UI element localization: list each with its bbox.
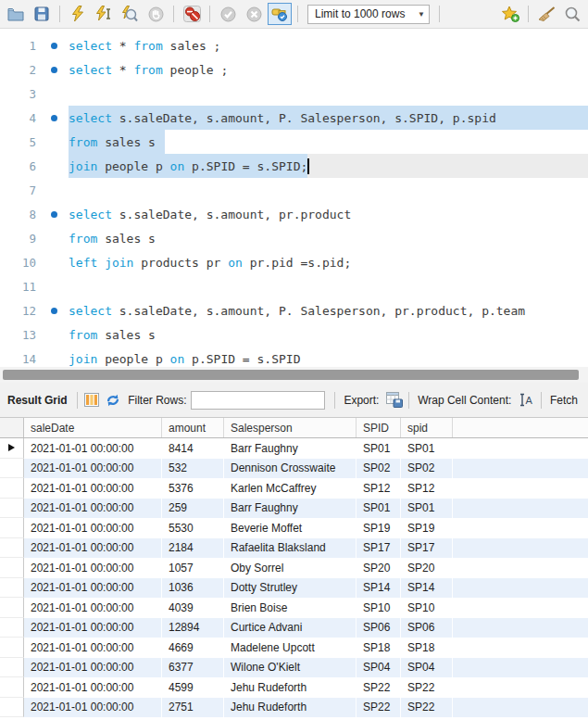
cell-spid[interactable]: SP04	[357, 658, 401, 678]
cell-spid[interactable]: SP20	[401, 558, 453, 578]
code-text[interactable]	[69, 178, 588, 202]
cell-salesperson[interactable]: Barr Faughny	[224, 438, 357, 459]
cell-salesperson[interactable]: Brien Boise	[224, 598, 357, 618]
row-selector[interactable]	[0, 677, 24, 698]
editor-horizontal-scrollbar[interactable]	[0, 367, 588, 383]
cell-amount[interactable]: 4669	[162, 638, 224, 658]
cell-spid[interactable]: SP12	[401, 478, 453, 499]
cell-salesperson[interactable]: Barr Faughny	[224, 499, 357, 519]
rollback-button[interactable]	[242, 3, 266, 25]
row-selector[interactable]	[0, 478, 24, 499]
code-line[interactable]: 4select s.saleDate, s.amount, P. Salespe…	[0, 106, 588, 130]
row-selector[interactable]	[0, 499, 24, 519]
cell-spid[interactable]: SP10	[401, 598, 453, 618]
cell-saledate[interactable]: 2021-01-01 00:00:00	[24, 538, 162, 559]
cell-amount[interactable]: 532	[162, 459, 224, 479]
code-line[interactable]: 13from sales s	[0, 322, 588, 347]
filter-rows-input[interactable]	[191, 391, 325, 410]
cell-salesperson[interactable]: Madelene Upcott	[224, 638, 357, 658]
toggle-stop-on-error-button[interactable]	[180, 3, 204, 25]
cell-saledate[interactable]: 2021-01-01 00:00:00	[24, 438, 162, 459]
stop-button[interactable]	[144, 3, 168, 25]
cell-amount[interactable]: 2751	[162, 698, 224, 718]
cell-spid[interactable]: SP02	[401, 459, 453, 479]
column-header-salesperson[interactable]: Salesperson	[224, 418, 357, 437]
row-selector[interactable]	[0, 518, 24, 538]
execute-current-statement-button[interactable]	[92, 3, 116, 25]
code-text[interactable]	[69, 274, 588, 298]
row-selector[interactable]	[0, 618, 24, 638]
find-panel-button[interactable]	[560, 3, 584, 25]
column-header-saledate[interactable]: saleDate	[24, 418, 162, 437]
cell-spid[interactable]: SP18	[357, 638, 401, 658]
cell-salesperson[interactable]: Curtice Advani	[224, 618, 357, 638]
column-header-spid[interactable]: spid	[401, 418, 453, 437]
cell-amount[interactable]: 8414	[162, 438, 224, 459]
code-text[interactable]: from sales s	[69, 130, 588, 154]
column-header-spid[interactable]: SPID	[357, 418, 401, 437]
row-selector[interactable]	[0, 638, 24, 658]
cell-spid[interactable]: SP19	[401, 518, 453, 538]
cell-saledate[interactable]: 2021-01-01 00:00:00	[24, 499, 162, 519]
cell-salesperson[interactable]: Wilone O'Kielt	[224, 658, 357, 678]
row-selector[interactable]	[0, 438, 24, 459]
cell-amount[interactable]: 2184	[162, 538, 224, 559]
cell-salesperson[interactable]: Jehu Rudeforth	[224, 677, 357, 698]
cell-saledate[interactable]: 2021-01-01 00:00:00	[24, 478, 162, 499]
code-line[interactable]: 3	[0, 82, 588, 106]
code-text[interactable]: select s.saleDate, s.amount, pr.product	[69, 202, 588, 226]
cell-saledate[interactable]: 2021-01-01 00:00:00	[24, 698, 162, 718]
row-selector[interactable]	[0, 578, 24, 599]
code-text[interactable]: from sales s	[69, 322, 588, 347]
grid-view-button[interactable]	[81, 390, 103, 411]
cell-saledate[interactable]: 2021-01-01 00:00:00	[24, 578, 162, 599]
cell-spid[interactable]: SP12	[357, 478, 401, 499]
cell-spid[interactable]: SP06	[401, 618, 453, 638]
code-text[interactable]: select s.saleDate, s.amount, P. Salesper…	[69, 298, 588, 322]
wrap-cell-content-button[interactable]: A	[516, 390, 537, 411]
row-selector[interactable]	[0, 459, 24, 479]
commit-button[interactable]	[216, 3, 240, 25]
cell-salesperson[interactable]: Rafaelita Blaksland	[224, 538, 357, 559]
code-line[interactable]: 7	[0, 178, 588, 202]
cell-spid[interactable]: SP01	[357, 438, 401, 459]
cell-spid[interactable]: SP18	[401, 638, 453, 658]
cell-amount[interactable]: 6377	[162, 658, 224, 678]
cell-spid[interactable]: SP01	[357, 499, 401, 519]
row-selector[interactable]	[0, 598, 24, 618]
cell-spid[interactable]: SP01	[401, 499, 453, 519]
cell-spid[interactable]: SP06	[357, 618, 401, 638]
cell-spid[interactable]: SP10	[357, 598, 401, 618]
cell-spid[interactable]: SP14	[357, 578, 401, 599]
cell-saledate[interactable]: 2021-01-01 00:00:00	[24, 598, 162, 618]
code-text[interactable]: from sales s	[69, 226, 588, 250]
cell-amount[interactable]: 12894	[162, 618, 224, 638]
cell-amount[interactable]: 1057	[162, 558, 224, 578]
code-line[interactable]: 6join people p on p.SPID = s.SPID;	[0, 154, 588, 178]
row-selector[interactable]	[0, 558, 24, 578]
beautify-script-button[interactable]	[534, 3, 558, 25]
cell-amount[interactable]: 4599	[162, 677, 224, 698]
row-selector[interactable]	[0, 698, 24, 718]
cell-spid[interactable]: SP02	[357, 459, 401, 479]
cell-spid[interactable]: SP14	[401, 578, 453, 599]
save-script-button[interactable]	[30, 3, 54, 25]
cell-spid[interactable]: SP22	[357, 677, 401, 698]
execute-button[interactable]	[66, 3, 90, 25]
cell-amount[interactable]: 5530	[162, 518, 224, 538]
code-line[interactable]: 10left join products pr on pr.pid =s.pid…	[0, 250, 588, 274]
cell-spid[interactable]: SP04	[401, 658, 453, 678]
code-text[interactable]: select * from people ;	[69, 57, 588, 82]
row-selector-header[interactable]	[0, 418, 24, 437]
code-text[interactable]	[69, 82, 588, 106]
cell-saledate[interactable]: 2021-01-01 00:00:00	[24, 638, 162, 658]
code-line[interactable]: 9from sales s	[0, 226, 588, 250]
cell-spid[interactable]: SP19	[357, 518, 401, 538]
code-text[interactable]: join people p on p.SPID = s.SPID;	[69, 154, 588, 178]
code-text[interactable]: select s.saleDate, s.amount, P. Salesper…	[69, 106, 588, 130]
cell-saledate[interactable]: 2021-01-01 00:00:00	[24, 658, 162, 678]
code-line[interactable]: 11	[0, 274, 588, 298]
cell-spid[interactable]: SP17	[401, 538, 453, 559]
code-line[interactable]: 5from sales s	[0, 130, 588, 154]
cell-amount[interactable]: 1036	[162, 578, 224, 599]
